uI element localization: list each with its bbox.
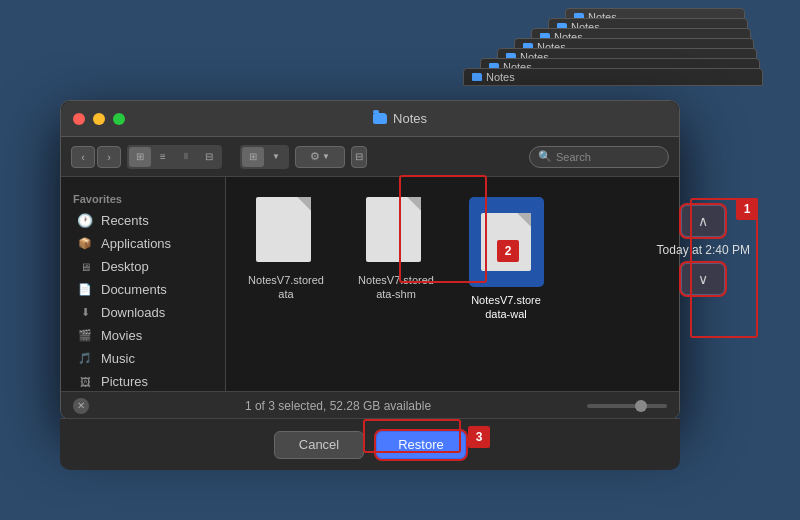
close-button[interactable] — [73, 113, 85, 125]
file-shape-2 — [366, 197, 421, 262]
search-icon: 🔍 — [538, 150, 552, 163]
sidebar-item-recents-label: Recents — [101, 213, 149, 228]
nav-forward-button[interactable]: › — [97, 146, 121, 168]
sidebar-item-applications-label: Applications — [101, 236, 171, 251]
minimize-button[interactable] — [93, 113, 105, 125]
music-icon: 🎵 — [77, 352, 93, 365]
tm-down-button[interactable]: ∨ — [681, 263, 725, 295]
sidebar-item-documents-label: Documents — [101, 282, 167, 297]
file-area: NotesV7.storedata NotesV7.storedata-shm … — [226, 177, 679, 391]
movies-icon: 🎬 — [77, 329, 93, 342]
stack-label-7: Notes — [486, 71, 515, 83]
sidebar-item-movies[interactable]: 🎬 Movies — [65, 324, 221, 347]
down-arrow-icon: ∨ — [698, 271, 708, 287]
status-text: 1 of 3 selected, 52.28 GB available — [99, 399, 577, 413]
downloads-icon: ⬇ — [77, 306, 93, 319]
annotation-number-3: 3 — [468, 426, 490, 448]
view-column-button[interactable]: ⫴ — [175, 147, 197, 167]
button-bar: Cancel Restore — [60, 418, 680, 470]
stack-folder-icon-7 — [472, 73, 482, 81]
sidebar-item-recents[interactable]: 🕐 Recents — [65, 209, 221, 232]
pictures-icon: 🖼 — [77, 376, 93, 388]
file-label-3: NotesV7.storedata-wal — [471, 293, 541, 322]
group-button[interactable]: ⊞ — [242, 147, 264, 167]
group-view-buttons: ⊞ ▼ — [240, 145, 289, 169]
sidebar-item-desktop[interactable]: 🖥 Desktop — [65, 255, 221, 278]
sidebar-item-downloads-label: Downloads — [101, 305, 165, 320]
view-icon-button[interactable]: ⊞ — [129, 147, 151, 167]
close-status-button[interactable]: ✕ — [73, 398, 89, 414]
status-bar: ✕ 1 of 3 selected, 52.28 GB available — [61, 391, 679, 419]
sidebar-item-pictures-label: Pictures — [101, 374, 148, 389]
nav-buttons: ‹ › — [71, 146, 121, 168]
favorites-label: Favorites — [61, 187, 225, 209]
tm-time-label: Today at 2:40 PM — [657, 243, 750, 257]
window-title-area: Notes — [133, 111, 667, 126]
search-box[interactable]: 🔍 Search — [529, 146, 669, 168]
annotation-number-2: 2 — [497, 240, 519, 262]
annotation-number-1: 1 — [736, 198, 758, 220]
slider-thumb — [635, 400, 647, 412]
view-toggle-button[interactable]: ⊟ — [351, 146, 367, 168]
view-list-button[interactable]: ≡ — [152, 147, 174, 167]
sidebar: Favorites 🕐 Recents 📦 Applications 🖥 Des… — [61, 177, 226, 391]
action-button[interactable]: ⚙▼ — [295, 146, 345, 168]
sidebar-item-documents[interactable]: 📄 Documents — [65, 278, 221, 301]
file-label-2: NotesV7.storedata-shm — [356, 273, 436, 302]
search-placeholder: Search — [556, 151, 591, 163]
slider-area — [587, 404, 667, 408]
title-bar: Notes — [61, 101, 679, 137]
stacked-windows: Notes Notes Notes Notes Notes Notes Note… — [200, 0, 800, 100]
maximize-button[interactable] — [113, 113, 125, 125]
sidebar-item-music-label: Music — [101, 351, 135, 366]
file-item-1[interactable]: NotesV7.storedata — [246, 197, 326, 302]
applications-icon: 📦 — [77, 237, 93, 250]
restore-button[interactable]: Restore — [376, 431, 466, 459]
folder-icon — [373, 113, 387, 124]
documents-icon: 📄 — [77, 283, 93, 296]
desktop-icon: 🖥 — [77, 261, 93, 273]
view-mode-buttons: ⊞ ≡ ⫴ ⊟ — [127, 145, 222, 169]
sidebar-item-pictures[interactable]: 🖼 Pictures — [65, 370, 221, 391]
file-shape-1 — [256, 197, 311, 262]
file-icon-2 — [366, 197, 426, 267]
file-label-1: NotesV7.storedata — [246, 273, 326, 302]
toolbar: ‹ › ⊞ ≡ ⫴ ⊟ ⊞ ▼ ⚙▼ ⊟ 🔍 Search — [61, 137, 679, 177]
file-icon-1 — [256, 197, 316, 267]
group-dropdown[interactable]: ▼ — [265, 147, 287, 167]
tm-up-button[interactable]: ∧ — [681, 205, 725, 237]
window-title: Notes — [393, 111, 427, 126]
sidebar-item-desktop-label: Desktop — [101, 259, 149, 274]
view-gallery-button[interactable]: ⊟ — [198, 147, 220, 167]
content-area: Favorites 🕐 Recents 📦 Applications 🖥 Des… — [61, 177, 679, 391]
sidebar-item-music[interactable]: 🎵 Music — [65, 347, 221, 370]
slider-track[interactable] — [587, 404, 667, 408]
main-window: Notes ‹ › ⊞ ≡ ⫴ ⊟ ⊞ ▼ ⚙▼ ⊟ — [60, 100, 680, 420]
sidebar-item-applications[interactable]: 📦 Applications — [65, 232, 221, 255]
nav-back-button[interactable]: ‹ — [71, 146, 95, 168]
sidebar-item-movies-label: Movies — [101, 328, 142, 343]
file-item-2[interactable]: NotesV7.storedata-shm — [356, 197, 436, 302]
recents-icon: 🕐 — [77, 213, 93, 228]
stack-7: Notes — [463, 68, 763, 86]
up-arrow-icon: ∧ — [698, 213, 708, 229]
cancel-button[interactable]: Cancel — [274, 431, 364, 459]
sidebar-item-downloads[interactable]: ⬇ Downloads — [65, 301, 221, 324]
